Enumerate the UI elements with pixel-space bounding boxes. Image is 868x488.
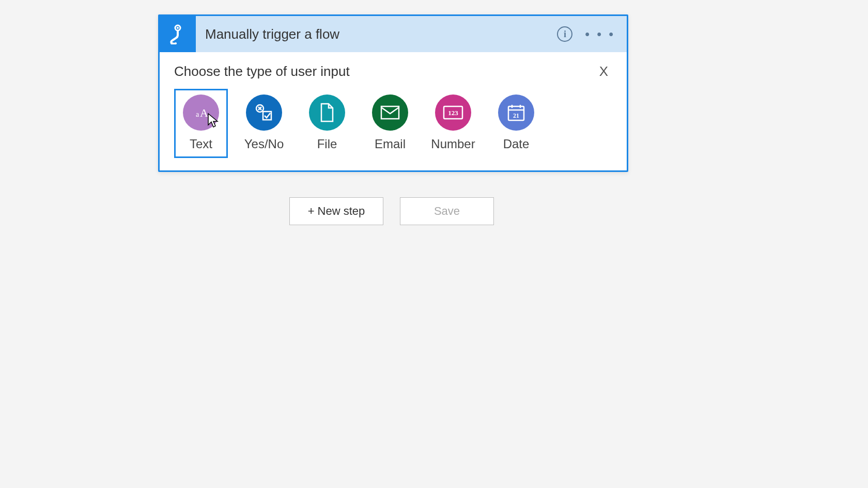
date-icon: 21 [498, 95, 534, 131]
option-number[interactable]: 123 Number [426, 89, 480, 158]
number-icon: 123 [435, 95, 471, 131]
flow-actions: + New step Save [289, 197, 494, 225]
option-label: Date [503, 137, 530, 151]
header-actions: i • • • [557, 26, 627, 42]
body-top: Choose the type of user input X [174, 61, 612, 82]
email-icon [372, 95, 408, 131]
card-header: Manually trigger a flow i • • • [160, 16, 627, 52]
option-email[interactable]: Email [363, 89, 417, 158]
svg-point-1 [177, 27, 179, 29]
file-icon [309, 95, 345, 131]
body-title: Choose the type of user input [174, 64, 350, 80]
option-label: File [317, 137, 337, 151]
option-yesno[interactable]: Yes/No [237, 89, 291, 158]
svg-text:A: A [200, 106, 208, 119]
option-label: Number [431, 137, 475, 151]
trigger-icon [160, 16, 196, 52]
save-button[interactable]: Save [400, 197, 494, 225]
input-type-options: a A Text Yes/No [174, 89, 612, 158]
option-file[interactable]: File [300, 89, 354, 158]
new-step-button[interactable]: + New step [289, 197, 383, 225]
svg-rect-7 [263, 112, 271, 120]
option-label: Yes/No [244, 137, 284, 151]
card-body: Choose the type of user input X a A Text [160, 52, 627, 170]
more-icon[interactable]: • • • [585, 28, 615, 40]
yesno-icon [246, 95, 282, 131]
svg-text:a: a [196, 111, 199, 118]
svg-text:123: 123 [448, 109, 458, 117]
option-label: Text [190, 137, 212, 151]
card-title: Manually trigger a flow [196, 26, 557, 42]
option-date[interactable]: 21 Date [489, 89, 543, 158]
option-text[interactable]: a A Text [174, 89, 228, 158]
trigger-card: Manually trigger a flow i • • • Choose t… [158, 14, 628, 172]
text-icon: a A [183, 95, 219, 131]
svg-rect-8 [381, 106, 399, 119]
info-icon[interactable]: i [557, 26, 572, 42]
svg-text:21: 21 [513, 112, 519, 119]
option-label: Email [375, 137, 406, 151]
close-icon[interactable]: X [595, 61, 612, 82]
